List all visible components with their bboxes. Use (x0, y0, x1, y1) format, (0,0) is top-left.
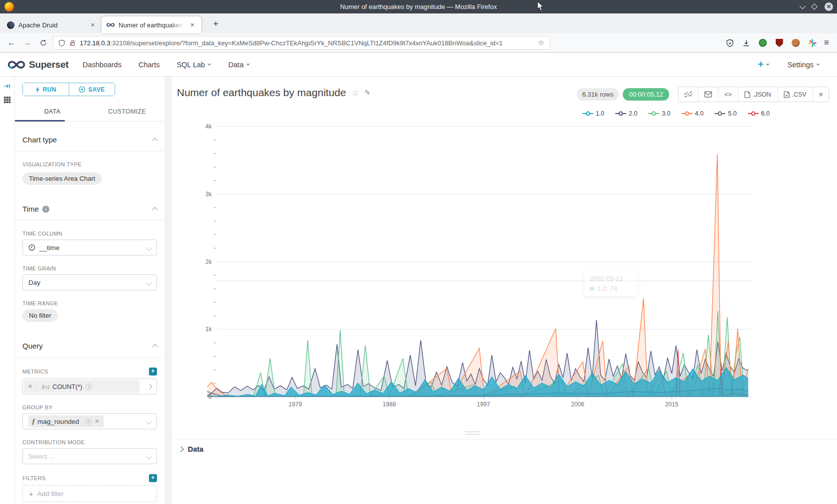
legend-item-2.0[interactable]: 2.0 (615, 110, 637, 117)
resize-handle[interactable] (465, 431, 480, 436)
nav-sql-lab[interactable]: SQL Lab (177, 61, 212, 69)
export-json-button[interactable]: .JSON (738, 87, 777, 102)
legend-marker-icon (648, 111, 659, 116)
caret-down-icon (207, 64, 211, 66)
window-maximize-icon[interactable] (811, 3, 818, 10)
legend-item-6.0[interactable]: 6.0 (748, 110, 770, 117)
nav-data[interactable]: Data (228, 61, 250, 69)
pinwheel-extension-icon[interactable] (808, 38, 817, 47)
group-by-label: GROUP BY (22, 404, 157, 410)
x-tick-label: 1997 (477, 401, 490, 408)
reload-button[interactable] (37, 36, 50, 49)
legend-item-3.0[interactable]: 3.0 (648, 110, 670, 117)
window-close-icon[interactable]: ✕ (825, 2, 833, 11)
left-icon-strip (0, 77, 15, 504)
time-column-select[interactable]: __time (22, 240, 157, 255)
tracking-shield-icon[interactable] (58, 39, 65, 47)
x-tick-label: 1988 (383, 401, 396, 408)
x-tick-label: 2006 (571, 401, 584, 408)
ublock-shield-icon[interactable] (775, 38, 784, 47)
chevron-down-icon (146, 454, 151, 459)
tab-data[interactable]: DATA (15, 104, 90, 121)
legend-item-5.0[interactable]: 5.0 (714, 110, 736, 117)
browser-tab-apache-druid[interactable]: Apache Druid × (2, 16, 102, 33)
filters-label: FILTERS+ (22, 474, 157, 482)
time-range-value[interactable]: No filter (22, 309, 58, 322)
explore-control-panel: RUN SAVE DATA CUSTOMIZE Chart type VISUA… (15, 77, 164, 504)
section-query[interactable]: Query (15, 322, 164, 358)
add-filter-box[interactable]: +Add filter (22, 485, 157, 502)
section-chart-type[interactable]: Chart type (15, 122, 164, 151)
info-icon: i (42, 206, 49, 213)
bookmark-star-icon[interactable]: ☆ (538, 38, 545, 47)
add-filter-button[interactable]: + (149, 474, 157, 482)
link-icon (685, 91, 692, 98)
help-icon: ? (85, 383, 92, 390)
expand-dataset-panel-icon[interactable] (3, 83, 11, 90)
panel-tabs: DATA CUSTOMIZE (15, 104, 164, 122)
tab-customize[interactable]: CUSTOMIZE (90, 104, 164, 121)
tab-label: Numer of earthquakes by magnitude (119, 21, 184, 29)
time-column-label: TIME COLUMN (22, 231, 157, 237)
export-csv-button[interactable]: .CSV (777, 87, 813, 102)
data-panel-header[interactable]: Data (172, 439, 837, 453)
new-item-button[interactable]: + (758, 59, 770, 70)
tab-close-icon[interactable]: × (89, 21, 97, 29)
time-range-label: TIME RANGE (22, 300, 157, 306)
time-grain-select[interactable]: Day (22, 274, 157, 290)
insecure-lock-icon[interactable] (69, 39, 76, 47)
email-button[interactable] (698, 87, 718, 102)
section-time[interactable]: Timei (15, 185, 164, 221)
mouse-cursor (537, 1, 544, 11)
new-tab-button[interactable]: + (208, 16, 223, 31)
url-path: :32108/superset/explore/?form_data_key=K… (110, 39, 503, 47)
url-bar[interactable]: 172.18.0.3:32108/superset/explore/?form_… (53, 36, 550, 50)
back-button[interactable]: ← (5, 36, 18, 49)
legend-item-4.0[interactable]: 4.0 (682, 110, 703, 117)
chevron-up-icon (152, 207, 157, 212)
chevron-right-icon[interactable] (146, 383, 152, 389)
panel-gutter[interactable] (164, 77, 172, 504)
brand-name: Superset (29, 59, 69, 70)
download-icon[interactable] (742, 38, 751, 47)
metric-control[interactable]: ✕ f(x) COUNT(*) ? (22, 378, 157, 394)
chart-title: Numer of earthquakes by magnitude (177, 87, 346, 99)
legend-item-1.0[interactable]: 1.0 (582, 110, 604, 117)
chart-tooltip: 2002-03-21 1.0: 74 (584, 271, 637, 296)
tab-close-icon[interactable]: × (188, 21, 196, 29)
remove-group-by-icon[interactable]: ✕ (95, 418, 100, 425)
chart-menu-button[interactable]: ≡ (813, 87, 829, 102)
browser-menu-icon[interactable]: ≡ (824, 38, 829, 48)
y-tick-label: 3k (205, 191, 212, 198)
remove-metric-icon[interactable]: ✕ (24, 383, 37, 390)
add-metric-button[interactable]: + (149, 368, 157, 376)
run-button[interactable]: RUN (23, 83, 69, 96)
extension-green-icon[interactable] (758, 38, 767, 47)
browser-tab-superset-chart[interactable]: Numer of earthquakes by magnitude × (102, 16, 201, 33)
contribution-mode-label: CONTRIBUTION MODE (22, 439, 157, 445)
forward-button[interactable]: → (21, 36, 34, 49)
timeseries-area-chart[interactable]: 01k2k3k4k19791988199720062015 (172, 122, 837, 420)
window-minimize-icon[interactable] (800, 3, 806, 9)
contribution-mode-select[interactable]: Select ... (22, 448, 157, 464)
edit-title-icon[interactable]: ✎ (365, 89, 371, 97)
favorite-star-icon[interactable]: ☆ (352, 88, 359, 98)
pocket-shield-icon[interactable] (725, 38, 734, 47)
settings-menu[interactable]: Settings (788, 61, 820, 69)
dataset-grid-icon[interactable] (3, 96, 11, 104)
nav-charts[interactable]: Charts (139, 61, 160, 69)
metric-name: COUNT(*) (52, 383, 82, 390)
window-titlebar[interactable]: Numer of earthquakes by magnitude — Mozi… (0, 0, 837, 13)
active-tab-underline (15, 120, 65, 122)
cookie-extension-icon[interactable] (791, 38, 800, 47)
embed-code-button[interactable]: <> (718, 87, 738, 102)
nav-dashboards[interactable]: Dashboards (83, 61, 122, 69)
viz-type-value[interactable]: Time-series Area Chart (22, 172, 102, 185)
group-by-select[interactable]: f mag_rounded ? ✕ (22, 413, 157, 429)
superset-logo[interactable]: Superset (8, 59, 69, 70)
copy-link-button[interactable] (679, 87, 698, 102)
window-title: Numer of earthquakes by magnitude — Mozi… (0, 3, 837, 10)
run-save-group: RUN SAVE (22, 83, 115, 96)
chart-legend: 1.02.03.04.05.06.0 (582, 110, 770, 117)
save-button[interactable]: SAVE (69, 83, 115, 96)
